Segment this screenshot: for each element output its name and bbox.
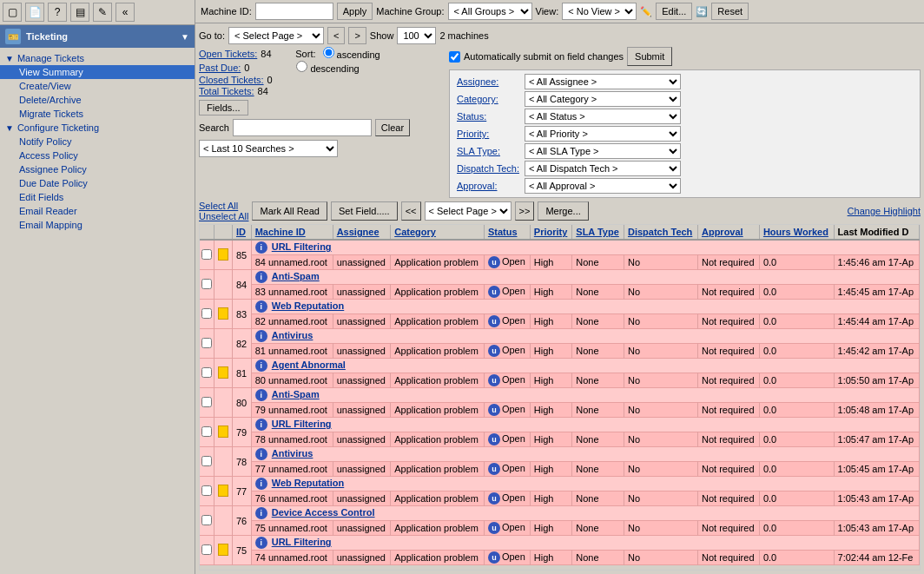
assignee-label[interactable]: Assignee: (457, 76, 519, 87)
row-checkbox[interactable] (201, 485, 212, 496)
ticket-link[interactable]: Agent Abnormal (272, 360, 346, 370)
ticket-link[interactable]: Antivirus (272, 448, 314, 459)
sidebar-item-email-reader[interactable]: Email Reader (0, 204, 195, 218)
sidebar-icon-2[interactable]: 📄 (25, 3, 44, 22)
sidebar-icon-6[interactable]: « (116, 3, 135, 22)
reset-button[interactable]: Reset (711, 3, 749, 20)
fields-button[interactable]: Fields... (199, 100, 248, 115)
goto-next-btn[interactable]: > (348, 27, 366, 44)
sort-ascending-radio[interactable] (323, 47, 334, 58)
sidebar-item-edit-fields[interactable]: Edit Fields (0, 190, 195, 204)
machine-group-select[interactable]: < All Groups > (448, 3, 532, 20)
sort-descending-radio[interactable] (296, 61, 307, 72)
ticket-link[interactable]: Anti-Spam (272, 271, 320, 281)
row-checkbox[interactable] (201, 544, 212, 555)
show-select[interactable]: 100 (397, 27, 436, 44)
col-hours[interactable]: Hours Worked (759, 225, 834, 240)
category-select[interactable]: < All Category > (525, 91, 681, 107)
page-select[interactable]: < Select Page > (425, 201, 512, 221)
sidebar-icon-3[interactable]: ? (48, 3, 67, 22)
machine-id-input[interactable] (255, 3, 333, 20)
approval-label[interactable]: Approval: (457, 181, 519, 191)
nav-group-configure-ticketing[interactable]: ▼ Configure Ticketing (0, 121, 195, 135)
dispatch-label[interactable]: Dispatch Tech: (457, 163, 519, 174)
ticket-link[interactable]: Anti-Spam (272, 389, 320, 399)
row-checkbox[interactable] (201, 426, 212, 437)
view-select[interactable]: < No View > (562, 3, 637, 20)
ticket-link[interactable]: Web Reputation (272, 300, 345, 311)
row-checkbox[interactable] (201, 279, 212, 289)
set-field-button[interactable]: Set Field..... (331, 201, 398, 221)
nav-group-manage-tickets[interactable]: ▼ Manage Tickets (0, 51, 195, 65)
merge-button[interactable]: Merge... (538, 201, 588, 221)
sidebar-item-access-policy[interactable]: Access Policy (0, 148, 195, 162)
sidebar-collapse-btn[interactable]: ▼ (181, 32, 189, 42)
row-checkbox[interactable] (201, 515, 212, 525)
mark-all-read-button[interactable]: Mark All Read (252, 201, 327, 221)
submit-button[interactable]: Submit (627, 47, 672, 66)
past-due-label[interactable]: Past Due: (199, 63, 241, 73)
col-sla[interactable]: SLA Type (572, 225, 624, 240)
ticket-link[interactable]: Web Reputation (272, 478, 345, 488)
change-highlight-link[interactable]: Change Highlight (848, 206, 921, 216)
col-dispatch[interactable]: Dispatch Tech (624, 225, 697, 240)
ticket-link[interactable]: Device Access Control (272, 507, 375, 518)
clear-button[interactable]: Clear (375, 119, 410, 136)
col-machine-id[interactable]: Machine ID (251, 225, 333, 240)
priority-select[interactable]: < All Priority > (525, 126, 681, 142)
page-next-button[interactable]: >> (515, 201, 535, 221)
select-all-link[interactable]: Select All (199, 201, 248, 211)
sidebar-item-migrate-tickets[interactable]: Migrate Tickets (0, 107, 195, 121)
status-label[interactable]: Status: (457, 111, 519, 122)
sidebar-icon-1[interactable]: ▢ (3, 3, 22, 22)
col-approval[interactable]: Approval (697, 225, 759, 240)
ticket-link[interactable]: URL Filtering (272, 419, 332, 429)
sidebar-icon-4[interactable]: ▤ (70, 3, 89, 22)
assignee-select[interactable]: < All Assignee > (525, 74, 681, 89)
auto-submit-checkbox[interactable] (449, 51, 460, 63)
sla-label[interactable]: SLA Type: (457, 146, 519, 156)
col-id[interactable]: ID (233, 225, 252, 240)
sidebar-item-assignee-policy[interactable]: Assignee Policy (0, 162, 195, 176)
dispatch-select[interactable]: < All Dispatch Tech > (525, 161, 681, 176)
ticket-link[interactable]: Antivirus (272, 330, 314, 340)
col-priority[interactable]: Priority (530, 225, 571, 240)
sidebar-item-delete-archive[interactable]: Delete/Archive (0, 93, 195, 107)
row-flag-cell (214, 329, 233, 359)
col-assignee[interactable]: Assignee (333, 225, 391, 240)
edit-button[interactable]: Edit... (656, 3, 692, 20)
ticket-link[interactable]: URL Filtering (272, 241, 332, 252)
sidebar-item-notify-policy[interactable]: Notify Policy (0, 135, 195, 148)
page-prev-button[interactable]: << (401, 201, 421, 221)
sidebar-item-email-mapping[interactable]: Email Mapping (0, 218, 195, 232)
ticket-link[interactable]: URL Filtering (272, 537, 332, 547)
row-checkbox[interactable] (201, 308, 212, 319)
goto-prev-btn[interactable]: < (327, 27, 345, 44)
sidebar-icon-5[interactable]: ✎ (93, 3, 112, 22)
priority-label[interactable]: Priority: (457, 129, 519, 139)
col-status[interactable]: Status (484, 225, 530, 240)
category-label[interactable]: Category: (457, 94, 519, 104)
sidebar-item-create-view[interactable]: Create/View (0, 79, 195, 93)
row-checkbox[interactable] (201, 249, 212, 260)
search-input[interactable] (233, 119, 372, 136)
goto-page-select[interactable]: < Select Page > (228, 27, 324, 44)
col-last-modified[interactable]: Last Modified D (834, 225, 919, 240)
row-hours: 0.0 (759, 403, 834, 418)
sidebar-item-view-summary[interactable]: View Summary (0, 65, 195, 79)
row-checkbox[interactable] (201, 456, 212, 466)
total-tickets-label[interactable]: Total Tickets: (199, 86, 254, 96)
approval-select[interactable]: < All Approval > (525, 178, 681, 194)
sidebar-item-due-date-policy[interactable]: Due Date Policy (0, 176, 195, 190)
col-category[interactable]: Category (391, 225, 485, 240)
open-tickets-label[interactable]: Open Tickets: (199, 49, 257, 59)
apply-button[interactable]: Apply (337, 3, 373, 20)
row-checkbox[interactable] (201, 338, 212, 348)
row-checkbox[interactable] (201, 367, 212, 378)
status-select[interactable]: < All Status > (525, 109, 681, 124)
closed-tickets-label[interactable]: Closed Tickets: (199, 75, 264, 85)
unselect-all-link[interactable]: Unselect All (199, 211, 248, 221)
last-searches-select[interactable]: < Last 10 Searches > (199, 140, 338, 157)
sla-select[interactable]: < All SLA Type > (525, 143, 681, 159)
row-checkbox[interactable] (201, 397, 212, 407)
